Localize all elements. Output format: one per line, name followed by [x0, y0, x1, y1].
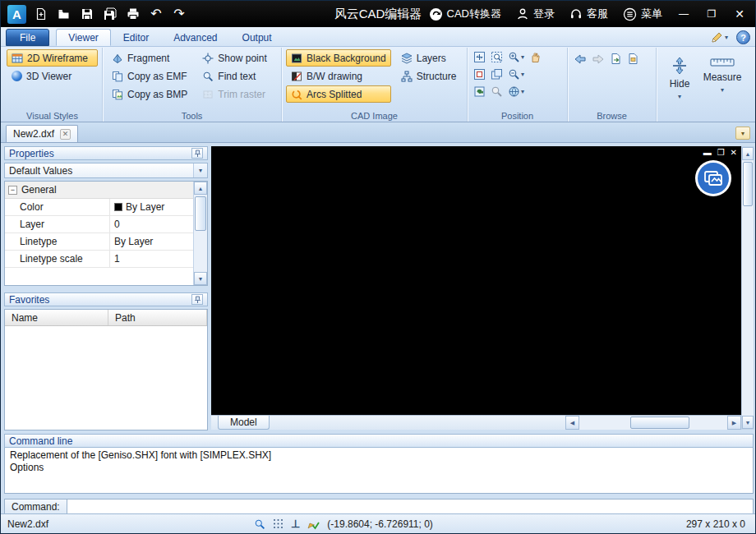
pin-button[interactable]: [191, 148, 203, 159]
zoom-in-button[interactable]: ▾: [506, 49, 526, 65]
scrollbar-thumb[interactable]: [195, 196, 206, 231]
scroll-right-icon[interactable]: ▶: [727, 416, 741, 430]
rotate-view-button[interactable]: [472, 84, 487, 99]
open-file-button[interactable]: [53, 3, 76, 25]
scroll-left-icon[interactable]: ◀: [565, 416, 579, 430]
favorites-column-path[interactable]: Path: [108, 310, 207, 325]
tab-advanced[interactable]: Advanced: [161, 29, 229, 46]
chevron-down-icon: ▾: [521, 88, 524, 95]
browse-back-button[interactable]: [572, 51, 588, 67]
zoom-extents-button[interactable]: [472, 67, 487, 82]
snap-grid-toggle-button[interactable]: [273, 518, 284, 529]
scrollbar-track[interactable]: [579, 416, 727, 430]
scrollbar-thumb[interactable]: [630, 417, 689, 429]
ortho-toggle-button[interactable]: ⊥: [291, 518, 300, 530]
osnap-toggle-button[interactable]: [307, 518, 320, 530]
file-menu-button[interactable]: File: [6, 29, 49, 46]
panel-expand-button[interactable]: ▾: [735, 127, 750, 140]
save-all-button[interactable]: [99, 3, 122, 25]
arcs-splitted-label: Arcs Splitted: [307, 89, 362, 100]
find-toggle-button[interactable]: [254, 518, 265, 530]
3d-viewer-button[interactable]: 3D Viewer: [7, 67, 98, 85]
property-grid-scrollbar[interactable]: ▲ ▼: [193, 182, 207, 285]
pin-button[interactable]: [191, 294, 203, 305]
arcs-splitted-button[interactable]: Arcs Splitted: [286, 85, 391, 103]
go-to-sheet-button[interactable]: [608, 51, 624, 67]
show-point-button[interactable]: Show point: [197, 49, 271, 67]
favorites-panel: Favorites Name Path: [4, 292, 208, 430]
mdi-close-button[interactable]: ✕: [731, 149, 737, 157]
quick-edit-button[interactable]: ▾: [711, 31, 728, 44]
hide-button[interactable]: Hide ▾: [660, 49, 699, 120]
collapse-icon[interactable]: −: [8, 186, 17, 195]
browse-forward-button[interactable]: [590, 51, 606, 67]
scroll-down-icon[interactable]: ▼: [742, 416, 754, 429]
favorites-list[interactable]: [5, 326, 207, 430]
structure-button[interactable]: Structure: [396, 67, 462, 85]
zoom-out-button[interactable]: ▾: [506, 67, 526, 82]
scroll-up-icon[interactable]: ▲: [194, 182, 207, 195]
tab-output[interactable]: Output: [230, 29, 284, 46]
watermark-logo-button[interactable]: [694, 159, 732, 197]
scrollbar-thumb[interactable]: [743, 162, 753, 206]
fit-to-window-button[interactable]: [472, 49, 487, 65]
mdi-minimize-button[interactable]: ▬: [703, 149, 712, 157]
property-row[interactable]: Linetype By Layer: [5, 233, 193, 251]
favorites-column-name[interactable]: Name: [5, 310, 108, 325]
close-button[interactable]: ✕: [727, 3, 752, 25]
command-input[interactable]: [67, 499, 753, 514]
scrollbar-track[interactable]: [742, 160, 754, 416]
mdi-restore-button[interactable]: ❐: [717, 149, 725, 157]
zoom-window-button[interactable]: [489, 49, 505, 65]
scrollbar-track[interactable]: [194, 195, 207, 272]
copy-as-emf-button[interactable]: Copy as EMF: [107, 67, 192, 85]
layers-button[interactable]: Layers: [396, 49, 462, 67]
tab-viewer[interactable]: Viewer: [56, 29, 110, 46]
find-text-button[interactable]: Find text: [197, 67, 271, 85]
tab-close-icon[interactable]: ✕: [60, 129, 71, 140]
bw-drawing-button[interactable]: B/W drawing: [286, 67, 391, 85]
drawing-canvas[interactable]: ▬ ❐ ✕: [211, 146, 741, 415]
property-value[interactable]: By Layer: [110, 233, 193, 250]
scroll-up-icon[interactable]: ▲: [742, 147, 754, 160]
views-button[interactable]: ▾: [506, 84, 526, 99]
2d-wireframe-button[interactable]: 2D Wireframe: [7, 49, 98, 67]
horizontal-scrollbar[interactable]: ◀ ▶: [565, 416, 741, 430]
measure-button[interactable]: Measure ▾: [703, 49, 742, 120]
property-value[interactable]: 0: [110, 216, 193, 232]
property-row[interactable]: Linetype scale 1: [5, 251, 193, 268]
black-background-button[interactable]: Black Background: [286, 49, 391, 67]
fragment-button[interactable]: Fragment: [107, 49, 192, 67]
open-location-button[interactable]: [625, 51, 641, 67]
tab-editor[interactable]: Editor: [111, 29, 161, 46]
vertical-scrollbar[interactable]: ▲ ▼: [741, 146, 754, 430]
undo-button[interactable]: ↶: [145, 3, 168, 25]
zoom-previous-button[interactable]: [489, 84, 505, 99]
save-button[interactable]: [76, 3, 99, 25]
model-tab[interactable]: Model: [218, 416, 270, 430]
help-button[interactable]: ?: [736, 30, 750, 44]
minimize-button[interactable]: —: [671, 3, 696, 25]
cad-converter-link[interactable]: CAD转换器: [423, 4, 507, 24]
trim-raster-button[interactable]: Trim raster: [197, 85, 271, 103]
scroll-down-icon[interactable]: ▼: [194, 272, 207, 285]
zoom-selected-button[interactable]: [489, 67, 505, 82]
copy-as-bmp-button[interactable]: Copy as BMP: [107, 85, 192, 103]
menu-link[interactable]: 菜单: [617, 4, 668, 24]
pan-button[interactable]: [528, 49, 543, 65]
copy-emf-icon: [112, 71, 123, 82]
print-button[interactable]: [122, 3, 145, 25]
property-row[interactable]: Color By Layer: [5, 199, 193, 216]
redo-button[interactable]: ↷: [168, 3, 191, 25]
login-link[interactable]: 登录: [510, 4, 560, 24]
document-tab[interactable]: New2.dxf ✕: [6, 125, 78, 142]
fragment-label: Fragment: [127, 53, 169, 64]
preset-combobox[interactable]: Default Values ▾: [4, 163, 208, 178]
property-group-row[interactable]: − General: [5, 182, 193, 199]
new-file-button[interactable]: [30, 3, 53, 25]
property-value[interactable]: By Layer: [110, 199, 193, 215]
property-row[interactable]: Layer 0: [5, 216, 193, 233]
support-link[interactable]: 客服: [564, 4, 614, 24]
property-value[interactable]: 1: [110, 251, 193, 267]
maximize-button[interactable]: ❐: [699, 3, 724, 25]
